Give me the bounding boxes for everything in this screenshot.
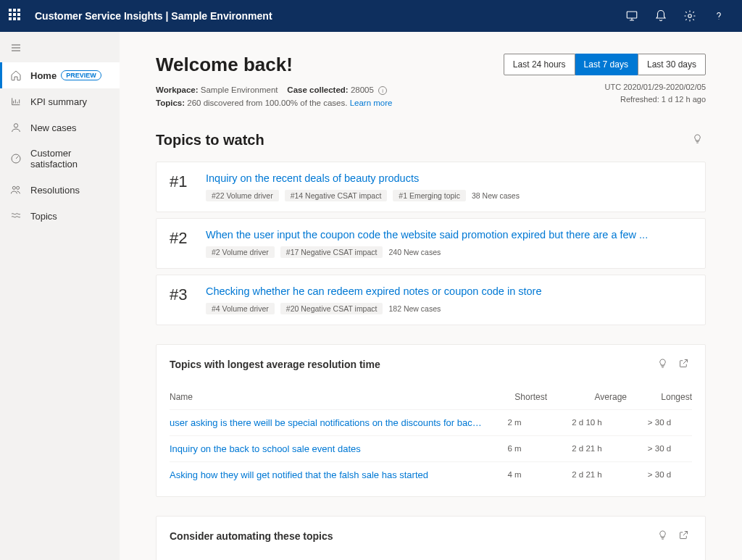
home-icon (10, 70, 22, 81)
svg-point-4 (12, 186, 15, 189)
workspace-line: Workpace: Sample Environment Case collec… (156, 83, 392, 96)
col-longest: Longest (627, 392, 692, 402)
gear-icon[interactable] (675, 0, 704, 32)
topic-chip: #14 Negative CSAT impact (285, 190, 388, 201)
topic-chip: #2 Volume driver (206, 246, 275, 258)
topic-chip: #4 Volume driver (206, 303, 275, 314)
help-icon[interactable] (704, 0, 733, 32)
row-shortest: 4 m (482, 470, 547, 479)
sidebar-item-resolutions[interactable]: Resolutions (0, 177, 120, 203)
table-row: user asking is there weill be special no… (170, 409, 692, 435)
hamburger-icon[interactable] (0, 36, 120, 62)
row-shortest: 2 m (482, 418, 547, 427)
popout-icon[interactable] (675, 527, 692, 546)
time-filter: Last 24 hours Last 7 days Last 30 days (504, 54, 706, 75)
resolution-time-card: Topics with longest average resolution t… (156, 344, 706, 497)
monitor-icon[interactable] (617, 0, 646, 32)
row-name-link[interactable]: Inquiry on the back to school sale event… (170, 443, 482, 454)
info-icon[interactable]: i (378, 86, 387, 95)
topic-link[interactable]: When the user input the coupon code the … (206, 229, 692, 241)
sidebar-item-newcases[interactable]: New cases (0, 114, 120, 141)
app-title: Customer Service Insights | Sample Envir… (35, 10, 272, 22)
row-longest: > 30 d (627, 418, 692, 427)
topic-chip: #20 Negative CSAT impact (280, 303, 383, 314)
app-header: Customer Service Insights | Sample Envir… (0, 0, 742, 32)
gauge-icon (10, 153, 22, 164)
time-btn-30d[interactable]: Last 30 days (638, 54, 706, 75)
preview-badge: PREVIEW (61, 70, 101, 80)
topic-rank: #3 (170, 285, 206, 304)
main-content: Welcome back! Workpace: Sample Environme… (120, 32, 742, 560)
popout-icon[interactable] (675, 355, 692, 375)
waves-icon (10, 210, 22, 222)
time-btn-7d[interactable]: Last 7 days (575, 54, 638, 75)
sidebar-item-label: KPI summary (30, 96, 87, 107)
svg-point-5 (17, 186, 20, 189)
row-longest: > 30 d (627, 470, 692, 479)
sidebar-item-home[interactable]: Home PREVIEW (0, 62, 120, 88)
sidebar: Home PREVIEW KPI summary New cases Custo… (0, 32, 120, 560)
sidebar-item-kpi[interactable]: KPI summary (0, 88, 120, 114)
col-average: Average (547, 392, 627, 402)
topic-rank: #2 (170, 229, 206, 248)
col-name: Name (170, 392, 482, 402)
topic-card: #1 Inquiry on the recent deals of beauty… (156, 162, 706, 212)
topic-chip: #17 Negative CSAT impact (280, 246, 383, 258)
section-title-topics: Topics to watch (156, 132, 264, 149)
person-icon (10, 122, 22, 133)
row-average: 2 d 21 h (547, 470, 627, 479)
learn-more-link[interactable]: Learn more (350, 99, 393, 107)
topic-link[interactable]: Checking whether he can redeem expired n… (206, 285, 692, 297)
people-icon (10, 184, 22, 196)
topic-chip: #22 Volume driver (206, 190, 279, 201)
sidebar-item-label: Customer satisfaction (30, 148, 109, 170)
sidebar-item-label: Topics (30, 211, 57, 222)
sidebar-item-label: New cases (30, 122, 77, 133)
newcases-text: 240 New cases (388, 248, 441, 256)
lightbulb-icon[interactable] (654, 355, 671, 375)
row-name-link[interactable]: Asking how they will get notified that t… (170, 469, 482, 480)
bell-icon[interactable] (646, 0, 675, 32)
topic-chip: #1 Emerging topic (393, 190, 466, 201)
chart-icon (10, 96, 22, 107)
row-average: 2 d 21 h (547, 444, 627, 453)
sidebar-item-topics[interactable]: Topics (0, 203, 120, 229)
newcases-text: 182 New cases (388, 304, 441, 313)
topics-line: Topics: 260 discovered from 100.00% of t… (156, 96, 392, 109)
svg-point-2 (14, 124, 17, 128)
date-range: UTC 2020/01/29-2020/02/05 (504, 81, 706, 93)
topic-link[interactable]: Inquiry on the recent deals of beauty pr… (206, 172, 692, 184)
topic-card: #3 Checking whether he can redeem expire… (156, 275, 706, 325)
topic-rank: #1 (170, 172, 206, 191)
newcases-text: 38 New cases (472, 191, 520, 200)
lightbulb-icon[interactable] (689, 130, 706, 150)
row-longest: > 30 d (627, 444, 692, 453)
sidebar-item-csat[interactable]: Customer satisfaction (0, 141, 120, 177)
card-title: Consider automating these topics (170, 530, 333, 542)
sidebar-item-label: Resolutions (30, 185, 80, 196)
page-title: Welcome back! (156, 54, 392, 76)
automate-card: Consider automating these topics User wa… (156, 516, 706, 560)
svg-rect-0 (627, 12, 637, 18)
row-average: 2 d 10 h (547, 418, 627, 427)
col-shortest: Shortest (482, 392, 547, 402)
card-title: Topics with longest average resolution t… (170, 359, 380, 370)
row-shortest: 6 m (482, 444, 547, 453)
table-row: Asking how they will get notified that t… (170, 461, 692, 488)
waffle-icon[interactable] (9, 9, 23, 23)
refreshed-text: Refreshed: 1 d 12 h ago (504, 93, 706, 106)
topic-card: #2 When the user input the coupon code t… (156, 218, 706, 269)
time-btn-24h[interactable]: Last 24 hours (504, 54, 575, 75)
svg-point-1 (688, 14, 692, 18)
sidebar-item-label: Home (30, 70, 57, 81)
table-row: Inquiry on the back to school sale event… (170, 435, 692, 461)
row-name-link[interactable]: user asking is there weill be special no… (170, 417, 482, 428)
resolution-table: Name Shortest Average Longest user askin… (157, 385, 705, 496)
lightbulb-icon[interactable] (654, 527, 671, 546)
